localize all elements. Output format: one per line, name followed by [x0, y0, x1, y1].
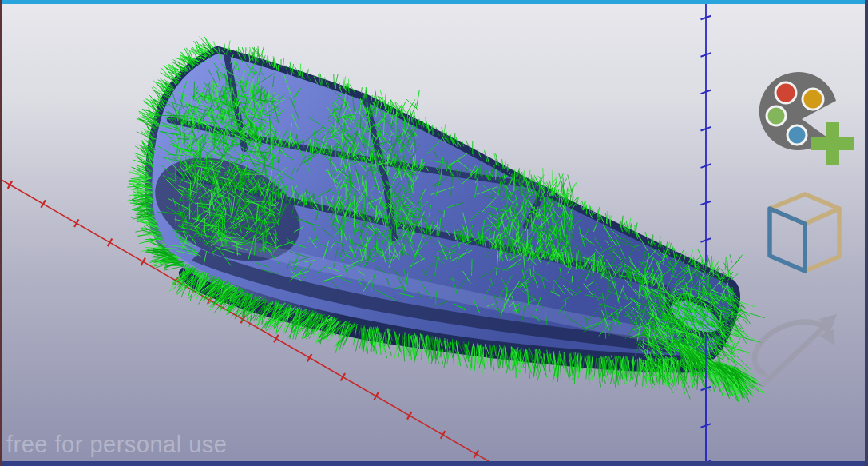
palette-blue-dot [787, 125, 807, 145]
palette-red-dot [775, 82, 796, 103]
palette-gold-dot [803, 89, 823, 110]
bottom-accent-bar [0, 461, 868, 466]
palette-green-dot [767, 106, 786, 125]
top-accent-bar [0, 0, 868, 4]
right-window-border [865, 0, 868, 466]
left-window-border [0, 0, 2, 466]
watermark-text: free for personal use [6, 432, 227, 457]
scene-canvas[interactable]: free for personal use [0, 0, 868, 466]
viewport-3d[interactable]: free for personal use [0, 0, 868, 466]
